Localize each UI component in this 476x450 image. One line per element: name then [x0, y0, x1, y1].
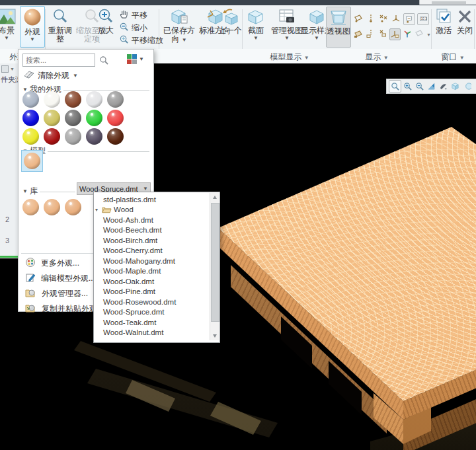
dropdown-item[interactable]: Wood-Walnut.dmt	[95, 328, 209, 338]
appearance-swatch[interactable]	[22, 128, 39, 145]
group-show[interactable]: 显示 ▼	[331, 52, 423, 63]
appearance-swatch[interactable]	[86, 128, 102, 145]
expand-arrow-icon[interactable]: ▾	[95, 207, 102, 213]
app-window: 布景 ▼ 外观 ▼ 重新调整 缩放至选定项	[0, 0, 476, 450]
perspective-button[interactable]: 透视图	[326, 7, 351, 48]
appearance-swatch[interactable]	[22, 199, 39, 215]
activate-button[interactable]: 激活	[434, 7, 454, 35]
dropdown-item[interactable]: Wood-Maple.dmt	[95, 266, 209, 277]
toggle-dimension-display-icon[interactable]: 10.3	[417, 13, 429, 25]
navigator-caret-icon[interactable]: ▼	[10, 67, 15, 71]
floating-window-tab-handle	[432, 1, 466, 4]
appearance-swatch[interactable]	[65, 91, 81, 108]
appearance-swatch[interactable]	[65, 110, 81, 126]
dropdown-scrollbar[interactable]	[210, 193, 219, 340]
toggle-annotation-display-icon[interactable]	[403, 13, 415, 25]
appearance-swatch[interactable]	[107, 91, 124, 108]
dropdown-item[interactable]: Wood-Oak.dmt	[95, 276, 209, 287]
pan-button[interactable]: 平移	[119, 9, 147, 21]
scroll-up-icon[interactable]	[210, 193, 219, 202]
dropdown-item[interactable]: std-plastics.dmt	[95, 194, 209, 205]
dropdown-item[interactable]: Wood-Rosewood.dmt	[95, 297, 209, 307]
toggle-axis-display-icon[interactable]	[366, 13, 376, 24]
pan-zoom-button[interactable]: 平移缩放	[119, 34, 163, 46]
appearance-swatch[interactable]	[22, 110, 39, 126]
clear-appearance-button[interactable]: 清除外观 ▼	[24, 70, 78, 81]
progress-indicator	[0, 256, 18, 258]
search-icon[interactable]	[97, 54, 110, 66]
dropdown-item[interactable]: Wood-Birch.dmt	[95, 235, 209, 246]
appearance-swatch[interactable]	[44, 110, 60, 126]
dropdown-item[interactable]: Wood-Teak.dmt	[95, 317, 209, 328]
saved-orientations-button[interactable]: 已保存方向 ▼	[162, 7, 196, 44]
pan-hand-icon	[119, 9, 129, 21]
tree-item[interactable]: 3	[5, 237, 9, 244]
zoom-out-icon[interactable]	[414, 81, 425, 92]
appearance-swatch[interactable]	[86, 110, 102, 126]
section-button[interactable]: 截面 ▼	[245, 7, 267, 41]
appearance-swatch[interactable]	[107, 110, 124, 126]
display-style-icon	[307, 7, 326, 26]
group-model-display[interactable]: 模型显示 ▼	[243, 52, 336, 63]
manage-views-icon	[278, 7, 296, 26]
repaint-icon[interactable]	[426, 81, 437, 92]
zoom-in-icon	[97, 7, 114, 26]
section-view-icon[interactable]	[461, 81, 473, 92]
appearance-swatch[interactable]	[65, 199, 81, 215]
dropdown-item[interactable]: Wood-Mahogany.dmt	[95, 256, 209, 266]
group-window[interactable]: 窗口 ▼	[431, 52, 475, 63]
display-style-icon[interactable]	[450, 81, 461, 92]
scroll-down-icon[interactable]	[210, 332, 219, 340]
refit-button[interactable]: 重新调整	[47, 7, 73, 44]
appearance-button[interactable]: 外观 ▼	[20, 6, 45, 48]
annotation-plane-icon[interactable]	[415, 28, 424, 39]
dropdown-item[interactable]: Wood-Pine.dmt	[95, 287, 209, 297]
close-window-button[interactable]: 关闭	[455, 7, 475, 35]
toggle-point-display-icon[interactable]	[378, 13, 389, 24]
toggle-axis-tag-icon[interactable]	[365, 28, 375, 39]
appearance-swatch[interactable]	[44, 128, 60, 145]
section-library[interactable]: ▼库	[22, 186, 75, 197]
appearance-swatch[interactable]	[86, 91, 102, 108]
navigator-grid-icon[interactable]	[1, 65, 9, 73]
dropdown-item-label: Wood-Pine.dmt	[103, 287, 155, 295]
shaded-view-icon[interactable]	[438, 81, 449, 92]
activate-icon	[435, 7, 452, 26]
appearance-swatch[interactable]	[24, 153, 40, 169]
refit-icon[interactable]	[389, 80, 401, 93]
search-input[interactable]	[22, 54, 95, 67]
appearance-swatch[interactable]	[44, 199, 60, 215]
toggle-plane-display-icon[interactable]	[353, 13, 364, 24]
model-appearance-selected[interactable]	[21, 150, 43, 172]
appearance-swatch[interactable]	[107, 128, 124, 145]
scrollbar-thumb[interactable]	[211, 203, 219, 322]
appearance-swatch[interactable]	[44, 91, 60, 108]
scene-button[interactable]: 布景 ▼	[0, 7, 21, 41]
zoom-in-button[interactable]: 放大	[95, 7, 117, 35]
appearance-filter-dropdown[interactable]: ▼	[127, 54, 144, 64]
refit-icon	[52, 7, 69, 26]
previous-button[interactable]: 上一个	[217, 7, 243, 35]
tree-item[interactable]: 2	[5, 215, 9, 223]
toggle-plane-tag-icon[interactable]	[353, 28, 363, 39]
dropdown-item-label: Wood	[114, 206, 134, 213]
navigator-toolbar: ▼	[1, 65, 15, 73]
toggle-point-tag-icon[interactable]	[377, 28, 387, 39]
zoom-in-icon[interactable]	[402, 81, 413, 92]
toggle-csys-tag-icon[interactable]	[389, 28, 401, 40]
toggle-overflow-caret-icon[interactable]: ▼	[426, 32, 431, 37]
zoom-out-button[interactable]: 缩小	[119, 22, 147, 34]
folder-browser-tab[interactable]: 件夹浏览	[1, 75, 18, 85]
saved-orientations-icon	[169, 7, 189, 26]
spin-center-icon[interactable]	[403, 28, 413, 39]
appearance-swatch[interactable]	[65, 128, 81, 145]
dropdown-item[interactable]: Wood-Cherry.dmt	[95, 246, 209, 256]
dropdown-folder[interactable]: ▾Wood	[95, 205, 209, 215]
dropdown-item[interactable]: Wood-Spruce.dmt	[95, 307, 209, 318]
dropdown-item[interactable]: Wood-Ash.dmt	[95, 215, 209, 225]
appearance-swatch[interactable]	[22, 91, 39, 108]
toggle-csys-display-icon[interactable]	[391, 13, 401, 24]
appearance-sphere-icon	[23, 7, 42, 28]
dropdown-item[interactable]: Wood-Beech.dmt	[95, 225, 209, 236]
dropdown-item-label: Wood-Teak.dmt	[103, 319, 156, 326]
